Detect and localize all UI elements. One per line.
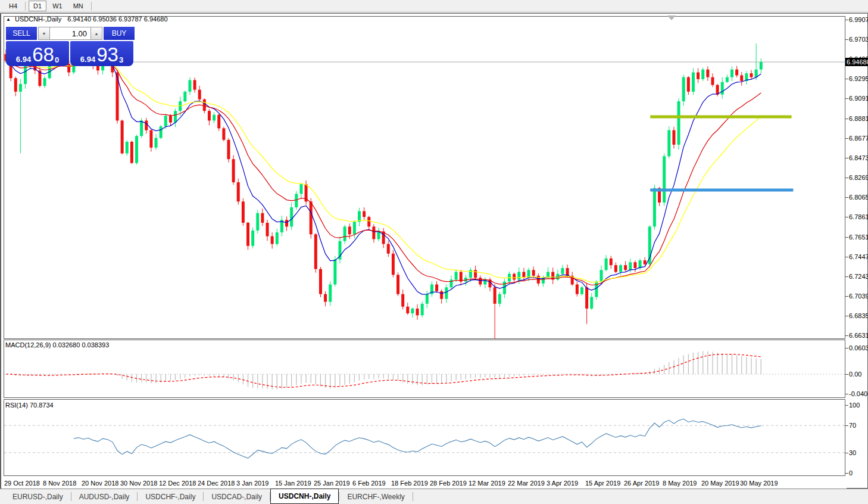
price-axis-label: 6.80650 [849, 194, 868, 201]
price-axis-label: 6.74470 [849, 253, 868, 261]
price-axis-label: 6.76510 [849, 234, 868, 241]
rsi-line [74, 419, 761, 458]
sell-price-sup: 0 [55, 57, 59, 64]
chart-tab-usdchf-daily[interactable]: USDCHF-,Daily [138, 489, 203, 504]
price-axis-label: 6.78610 [849, 213, 868, 221]
date-axis-label: 30 May 2019 [740, 480, 778, 487]
timeframe-button-mn[interactable]: MN [68, 1, 88, 11]
chart-tab-eurchf-weekly[interactable]: EURCHF-,Weekly [339, 489, 412, 504]
price-axis-label: 6.82690 [849, 174, 868, 182]
tab-separator [413, 492, 413, 501]
price-axis-label: 6.86770 [849, 135, 868, 142]
timeframe-button-d1[interactable]: D1 [29, 1, 46, 11]
timeframe-button-w1[interactable]: W1 [48, 1, 67, 11]
timeframe-button-h4[interactable]: H4 [4, 1, 22, 11]
chart-ohlc-values: 6.94140 6.95036 6.93787 6.94680 [67, 15, 167, 23]
rsi-axis-label: 70 [849, 422, 856, 430]
date-axis: 29 Oct 20188 Nov 201820 Nov 201830 Nov 2… [1, 476, 847, 489]
moving-average-fast [6, 61, 761, 294]
rsi-axis-label: 0 [849, 469, 853, 477]
date-axis-label: 6 Feb 2019 [352, 480, 386, 487]
chart-tab-usdcad-daily[interactable]: USDCAD-,Daily [204, 489, 270, 504]
price-axis-label: 6.68350 [849, 312, 868, 320]
date-axis-label: 8 Nov 2018 [43, 480, 76, 487]
rsi-label: RSI(14) 70.8734 [5, 402, 54, 409]
volume-decrease-button[interactable]: ▼ [38, 27, 50, 40]
date-axis-label: 29 Oct 2018 [4, 480, 40, 487]
price-axis-label: 6.90910 [849, 95, 868, 102]
sell-button[interactable]: SELL [6, 27, 37, 40]
sell-price-panel[interactable]: 6.94 68 0 [6, 41, 69, 66]
date-axis-label: 8 May 2019 [663, 480, 697, 487]
macd-label: MACD(12,26,9) 0.032680 0.038393 [5, 341, 109, 349]
date-axis-label: 28 Feb 2019 [430, 480, 467, 487]
chart-tab-audusd-daily[interactable]: AUDUSD-,Daily [71, 489, 138, 504]
date-axis-label: 3 Apr 2019 [547, 480, 578, 487]
macd-axis-label: -0.04041 [849, 390, 868, 398]
volume-input[interactable] [50, 27, 90, 40]
toolbar-separator [91, 2, 92, 11]
chart-header: ▲ USDCNH-,Daily 6.94140 6.95036 6.93787 … [6, 15, 168, 23]
chart-scroll-anchor-icon[interactable] [667, 15, 676, 20]
macd-indicator-canvas[interactable] [1, 340, 868, 398]
date-axis-label: 25 Jan 2019 [314, 480, 350, 487]
chart-tab-usdcnh-daily[interactable]: USDCNH-,Daily [270, 489, 339, 504]
buy-price-sup: 3 [119, 57, 123, 64]
macd-axis-label: 0.00 [849, 371, 861, 378]
chart-tab-bar: EURUSD-,DailyAUDUSD-,DailyUSDCHF-,DailyU… [0, 489, 868, 504]
macd-signal-line [6, 354, 761, 388]
date-axis-label: 18 Feb 2019 [391, 480, 428, 487]
chart-window: ▲ USDCNH-,Daily 6.94140 6.95036 6.93787 … [0, 13, 868, 489]
price-axis-label: 6.99070 [849, 16, 868, 24]
buy-price-prefix: 6.94 [80, 55, 95, 64]
date-axis-label: 12 Dec 2018 [159, 480, 196, 487]
price-axis-label: 6.70390 [849, 293, 868, 300]
one-click-trade-panel: SELL ▼ ▲ BUY 6.94 68 0 6.94 93 3 [6, 27, 135, 66]
moving-average-slow [6, 61, 761, 282]
rsi-axis-label: 100 [849, 402, 860, 409]
toolbar-separator [25, 2, 26, 11]
buy-price-panel[interactable]: 6.94 93 3 [70, 41, 133, 66]
price-axis-label: 6.84730 [849, 154, 868, 162]
macd-axis-label: 0.060342 [849, 344, 868, 352]
current-price-badge: 6.94680 [845, 58, 868, 66]
collapse-panel-icon[interactable]: ▲ [6, 17, 11, 22]
price-axis-label: 6.92950 [849, 75, 868, 83]
price-axis-label: 6.72430 [849, 273, 868, 281]
volume-increase-button[interactable]: ▲ [90, 27, 102, 40]
date-axis-label: 20 May 2019 [701, 480, 739, 487]
date-axis-label: 30 Nov 2018 [120, 480, 157, 487]
price-axis-label: 6.66310 [849, 332, 868, 340]
chart-title: USDCNH-,Daily [15, 15, 61, 23]
date-axis-label: 20 Nov 2018 [82, 480, 118, 487]
rsi-indicator-canvas[interactable] [1, 399, 868, 476]
moving-average-medium [6, 61, 761, 285]
date-axis-label: 15 Apr 2019 [585, 480, 620, 487]
sell-price-big: 68 [32, 46, 54, 64]
buy-button[interactable]: BUY [104, 27, 135, 40]
date-axis-label: 24 Dec 2018 [198, 480, 235, 487]
buy-price-big: 93 [96, 46, 118, 64]
rsi-axis-label: 30 [849, 449, 856, 457]
date-axis-label: 26 Apr 2019 [624, 480, 659, 487]
date-axis-label: 15 Jan 2019 [275, 480, 311, 487]
date-axis-label: 12 Mar 2019 [469, 480, 505, 487]
sell-price-prefix: 6.94 [16, 55, 31, 64]
date-axis-label: 22 Mar 2019 [508, 480, 545, 487]
timeframe-toolbar: H4D1W1MN [0, 0, 868, 13]
price-axis-label: 6.97030 [849, 36, 868, 43]
chart-tab-eurusd-daily[interactable]: EURUSD-,Daily [5, 489, 71, 504]
price-axis-label: 6.88810 [849, 115, 868, 123]
date-axis-label: 3 Jan 2019 [236, 480, 268, 487]
